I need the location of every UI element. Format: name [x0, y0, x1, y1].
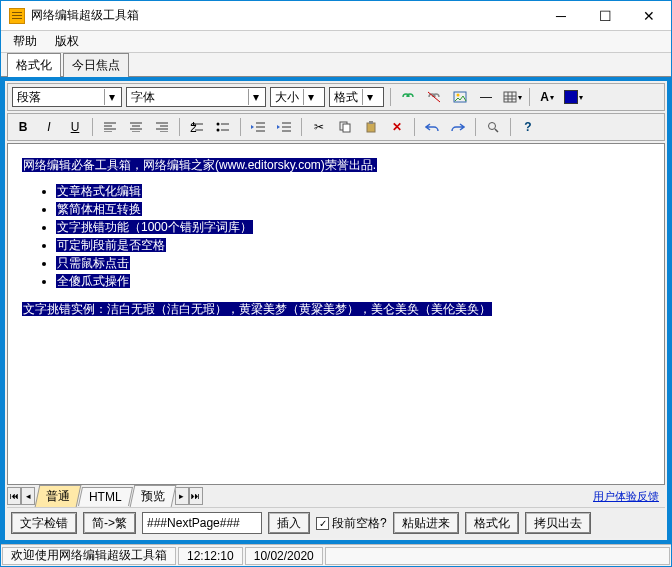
bg-color-button[interactable]: ▾ — [562, 87, 584, 107]
svg-point-6 — [217, 129, 220, 132]
status-time: 12:12:10 — [178, 547, 243, 565]
separator — [414, 118, 415, 136]
titlebar: 网络编辑超级工具箱 ─ ☐ ✕ — [1, 1, 671, 31]
separator — [179, 118, 180, 136]
align-center-button[interactable] — [125, 117, 147, 137]
paste-in-button[interactable]: 粘贴进来 — [393, 512, 459, 534]
font-color-button[interactable]: A▾ — [536, 87, 558, 107]
svg-rect-8 — [343, 124, 350, 132]
separator — [529, 88, 530, 106]
svg-rect-10 — [369, 121, 373, 124]
indent-button[interactable] — [273, 117, 295, 137]
separator — [475, 118, 476, 136]
status-date: 10/02/2020 — [245, 547, 323, 565]
link-icon[interactable] — [397, 87, 419, 107]
tab-nav-right: ▸ ⏭ — [175, 487, 203, 505]
svg-point-5 — [217, 123, 220, 126]
list-item: 全傻瓜式操作 — [56, 272, 650, 290]
hr-icon[interactable]: — — [475, 87, 497, 107]
menu-copyright[interactable]: 版权 — [51, 31, 83, 52]
image-icon[interactable] — [449, 87, 471, 107]
separator — [92, 118, 93, 136]
align-left-button[interactable] — [99, 117, 121, 137]
chevron-down-icon: ▾ — [303, 89, 318, 105]
nav-next-button[interactable]: ▸ — [175, 487, 189, 505]
insert-button[interactable]: 插入 — [268, 512, 310, 534]
toolbar-row-1: 段落▾ 字体▾ 大小▾ 格式▾ — ▾ A▾ ▾ — [7, 83, 665, 111]
list-item: 只需鼠标点击 — [56, 254, 650, 272]
find-button[interactable] — [482, 117, 504, 137]
list-item: 文章格式化编辑 — [56, 182, 650, 200]
statusbar: 欢迎使用网络编辑超级工具箱 12:12:10 10/02/2020 — [1, 544, 671, 566]
status-welcome: 欢迎使用网络编辑超级工具箱 — [2, 547, 176, 565]
copy-out-button[interactable]: 拷贝出去 — [525, 512, 591, 534]
svg-rect-9 — [367, 123, 375, 132]
nav-prev-button[interactable]: ◂ — [21, 487, 35, 505]
delete-button[interactable]: ✕ — [386, 117, 408, 137]
maximize-button[interactable]: ☐ — [583, 2, 627, 30]
tab-html[interactable]: HTML — [78, 487, 133, 506]
page-marker-input[interactable]: ###NextPage### — [142, 512, 262, 534]
space-before-checkbox[interactable]: ✓ 段前空格? — [316, 515, 387, 532]
app-icon — [9, 8, 25, 24]
top-tabbar: 格式化 今日焦点 — [1, 53, 671, 77]
tab-nav: ⏮ ◂ — [7, 487, 35, 505]
nav-last-button[interactable]: ⏭ — [189, 487, 203, 505]
unlink-icon[interactable] — [423, 87, 445, 107]
content-line2: 文字挑错实例：洁白无瑕（洁白无瑕），黄梁美梦（黄粱美梦），美仑美奂（美伦美奂） — [22, 302, 492, 316]
check-button[interactable]: 文字检错 — [11, 512, 77, 534]
window-title: 网络编辑超级工具箱 — [31, 7, 539, 24]
align-right-button[interactable] — [151, 117, 173, 137]
separator — [390, 88, 391, 106]
redo-button[interactable] — [447, 117, 469, 137]
close-button[interactable]: ✕ — [627, 2, 671, 30]
ordered-list-button[interactable]: 12 — [186, 117, 208, 137]
paragraph-select[interactable]: 段落▾ — [12, 87, 122, 107]
menubar: 帮助 版权 — [1, 31, 671, 53]
status-empty — [325, 547, 670, 565]
list-item: 文字挑错功能（1000个错别字词库） — [56, 218, 650, 236]
help-button[interactable]: ? — [517, 117, 539, 137]
list-item: 繁简体相互转换 — [56, 200, 650, 218]
size-select[interactable]: 大小▾ — [270, 87, 325, 107]
tab-normal[interactable]: 普通 — [35, 485, 82, 507]
list-item: 可定制段前是否空格 — [56, 236, 650, 254]
chevron-down-icon: ▾ — [248, 89, 263, 105]
style-select[interactable]: 格式▾ — [329, 87, 384, 107]
outdent-button[interactable] — [247, 117, 269, 137]
copy-button[interactable] — [334, 117, 356, 137]
button-row: 文字检错 简->繁 ###NextPage### 插入 ✓ 段前空格? 粘贴进来… — [7, 507, 665, 538]
chevron-down-icon: ▾ — [104, 89, 119, 105]
feature-list: 文章格式化编辑 繁简体相互转换 文字挑错功能（1000个错别字词库） 可定制段前… — [56, 182, 650, 290]
tab-preview[interactable]: 预览 — [129, 485, 176, 507]
paste-button[interactable] — [360, 117, 382, 137]
checkbox-icon: ✓ — [316, 517, 329, 530]
bottom-tabbar: ⏮ ◂ 普通 HTML 预览 ▸ ⏭ 用户体验反馈 — [7, 485, 665, 507]
svg-point-1 — [457, 94, 460, 97]
table-icon[interactable]: ▾ — [501, 87, 523, 107]
simplified-to-traditional-button[interactable]: 简->繁 — [83, 512, 136, 534]
undo-button[interactable] — [421, 117, 443, 137]
svg-rect-2 — [504, 92, 516, 102]
minimize-button[interactable]: ─ — [539, 2, 583, 30]
separator — [301, 118, 302, 136]
toolbar-row-2: B I U 12 ✂ ✕ ? — [7, 113, 665, 141]
tab-format[interactable]: 格式化 — [7, 53, 61, 77]
font-select[interactable]: 字体▾ — [126, 87, 266, 107]
cut-button[interactable]: ✂ — [308, 117, 330, 137]
separator — [510, 118, 511, 136]
chevron-down-icon: ▾ — [362, 89, 377, 105]
tab-today[interactable]: 今日焦点 — [63, 53, 129, 77]
menu-help[interactable]: 帮助 — [9, 31, 41, 52]
editor-area[interactable]: 网络编辑必备工具箱，网络编辑之家(www.editorsky.com)荣誉出品.… — [7, 143, 665, 485]
format-button[interactable]: 格式化 — [465, 512, 519, 534]
svg-point-11 — [489, 123, 496, 130]
feedback-link[interactable]: 用户体验反馈 — [593, 489, 659, 504]
app-window: 网络编辑超级工具箱 ─ ☐ ✕ 帮助 版权 格式化 今日焦点 段落▾ 字体▾ 大… — [0, 0, 672, 567]
underline-button[interactable]: U — [64, 117, 86, 137]
nav-first-button[interactable]: ⏮ — [7, 487, 21, 505]
italic-button[interactable]: I — [38, 117, 60, 137]
content-line1: 网络编辑必备工具箱，网络编辑之家(www.editorsky.com)荣誉出品. — [22, 158, 377, 172]
unordered-list-button[interactable] — [212, 117, 234, 137]
bold-button[interactable]: B — [12, 117, 34, 137]
